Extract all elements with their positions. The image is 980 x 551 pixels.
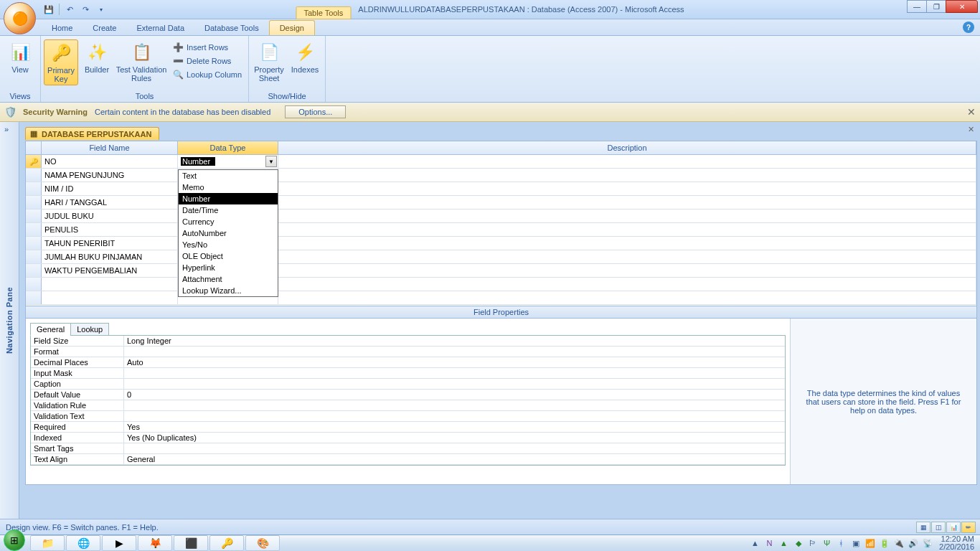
office-button[interactable]: 🟠 (4, 2, 36, 34)
property-row[interactable]: Format (31, 347, 785, 357)
property-row[interactable]: Default Value0 (31, 390, 785, 400)
row-selector[interactable] (26, 278, 42, 291)
description-cell[interactable] (278, 291, 976, 304)
data-type-dropdown[interactable]: TextMemoNumberDate/TimeCurrencyAutoNumbe… (178, 169, 278, 297)
test-validation-button[interactable]: 📋 Test Validation Rules (116, 39, 167, 84)
description-cell[interactable] (278, 169, 976, 182)
property-value[interactable]: General (124, 454, 785, 464)
row-selector[interactable] (26, 182, 42, 195)
tab-external-data[interactable]: External Data (126, 21, 194, 35)
field-name-cell[interactable]: TAHUN PENERIBIT (42, 237, 178, 250)
field-name-cell[interactable]: JUDUL BUKU (42, 209, 178, 222)
taskbar-access[interactable]: 🔑 (209, 535, 244, 551)
description-cell[interactable] (278, 264, 976, 277)
field-row[interactable]: PENULIS (26, 223, 976, 237)
tray-cpu-icon[interactable]: ▣ (850, 538, 861, 549)
redo-icon[interactable]: ↷ (78, 2, 93, 17)
property-sheet-button[interactable]: 📄 Property Sheet (252, 39, 286, 84)
tab-home[interactable]: Home (42, 21, 83, 35)
tray-show-hidden-icon[interactable]: ▲ (750, 538, 760, 549)
row-selector[interactable] (26, 196, 42, 209)
field-name-cell[interactable]: WAKTU PENGEMBALIAN (42, 264, 178, 277)
field-name-cell[interactable] (42, 291, 178, 304)
data-type-option[interactable]: Attachment (179, 273, 278, 285)
tray-power-icon[interactable]: 🔌 (893, 538, 904, 549)
property-value[interactable]: 0 (124, 390, 785, 400)
options-button[interactable]: Options... (285, 105, 346, 118)
taskbar-explorer[interactable]: 📁 (30, 535, 65, 551)
property-row[interactable]: Field SizeLong Integer (31, 336, 785, 347)
object-tab[interactable]: ▦ DATABASE PERPUSTAKAAN (25, 127, 159, 140)
field-row[interactable]: NIM / ID (26, 182, 976, 196)
row-selector[interactable] (26, 223, 42, 236)
tray-usb-icon[interactable]: Ψ (821, 538, 832, 549)
tab-general[interactable]: General (30, 323, 71, 336)
navpane-expand-icon[interactable]: » (4, 125, 9, 133)
description-cell[interactable] (278, 250, 976, 263)
field-name-cell[interactable] (42, 278, 178, 291)
tray-battery-icon[interactable]: 🔋 (879, 538, 890, 549)
data-type-option[interactable]: Memo (179, 182, 278, 193)
field-row[interactable]: 🔑NONumber▼ (26, 155, 976, 169)
property-value[interactable] (124, 411, 785, 421)
field-row-empty[interactable] (26, 291, 976, 305)
close-button[interactable]: ✕ (946, 0, 978, 13)
insert-rows-button[interactable]: ➕Insert Rows (170, 41, 244, 54)
field-row-empty[interactable] (26, 278, 976, 291)
data-type-option[interactable]: Hyperlink (179, 262, 278, 273)
tab-database-tools[interactable]: Database Tools (194, 21, 269, 35)
description-cell[interactable] (278, 209, 976, 222)
qat-customize-icon[interactable]: ▾ (94, 2, 108, 17)
data-type-cell[interactable]: Number▼ (178, 155, 278, 168)
property-value[interactable] (124, 347, 785, 357)
data-type-option[interactable]: Yes/No (179, 239, 278, 250)
description-cell[interactable] (278, 278, 976, 291)
field-name-cell[interactable]: JUMLAH BUKU PINJAMAN (42, 250, 178, 263)
property-value[interactable]: Yes (124, 422, 785, 432)
save-icon[interactable]: 💾 (42, 2, 56, 17)
start-button[interactable]: ⊞ (0, 535, 29, 552)
tray-action-center-icon[interactable]: 🏳 (807, 538, 818, 549)
property-row[interactable]: Decimal PlacesAuto (31, 357, 785, 368)
tray-onenote-icon[interactable]: N (764, 538, 775, 549)
tray-smadav-icon[interactable]: ◆ (793, 538, 804, 549)
tray-bluetooth-icon[interactable]: ᚼ (836, 538, 847, 549)
maximize-button[interactable]: ❐ (926, 0, 946, 13)
row-selector[interactable] (26, 237, 42, 250)
taskbar-wmp[interactable]: ▶ (102, 535, 136, 551)
design-view-button[interactable]: ✏ (961, 522, 976, 533)
field-row[interactable]: WAKTU PENGEMBALIAN (26, 264, 976, 278)
data-type-option[interactable]: Number (179, 193, 278, 204)
taskbar-firefox[interactable]: 🦊 (138, 535, 172, 551)
undo-icon[interactable]: ↶ (62, 2, 77, 17)
field-name-cell[interactable]: NIM / ID (42, 182, 178, 195)
property-value[interactable]: Yes (No Duplicates) (124, 433, 785, 443)
tab-design[interactable]: Design (269, 20, 315, 35)
field-row[interactable]: NAMA PENGUNJUNG (26, 169, 976, 182)
description-cell[interactable] (278, 237, 976, 250)
pivottable-view-button[interactable]: ◫ (931, 522, 946, 533)
close-warning-icon[interactable]: ✕ (967, 106, 976, 118)
field-row[interactable]: HARI / TANGGAL (26, 196, 976, 209)
field-name-cell[interactable]: PENULIS (42, 223, 178, 236)
row-selector[interactable]: 🔑 (26, 155, 42, 168)
tray-idm-icon[interactable]: ▲ (778, 538, 789, 549)
row-selector-header[interactable] (26, 141, 42, 154)
property-row[interactable]: Caption (31, 379, 785, 390)
property-row[interactable]: Input Mask (31, 368, 785, 379)
data-type-option[interactable]: Date/Time (179, 204, 278, 216)
property-value[interactable]: Auto (124, 357, 785, 367)
primary-key-button[interactable]: 🔑 Primary Key (44, 39, 78, 85)
data-type-option[interactable]: AutoNumber (179, 227, 278, 239)
field-name-cell[interactable]: HARI / TANGGAL (42, 196, 178, 209)
row-selector[interactable] (26, 264, 42, 277)
property-row[interactable]: IndexedYes (No Duplicates) (31, 433, 785, 443)
tab-create[interactable]: Create (83, 21, 126, 35)
view-button[interactable]: 📊 View (3, 39, 37, 75)
pivotchart-view-button[interactable]: 📊 (946, 522, 961, 533)
data-type-option[interactable]: Text (179, 170, 278, 182)
lookup-column-button[interactable]: 🔍Lookup Column (170, 68, 244, 81)
data-type-option[interactable]: Lookup Wizard... (179, 285, 278, 296)
property-value[interactable] (124, 443, 785, 453)
data-type-header[interactable]: Data Type (178, 141, 278, 154)
